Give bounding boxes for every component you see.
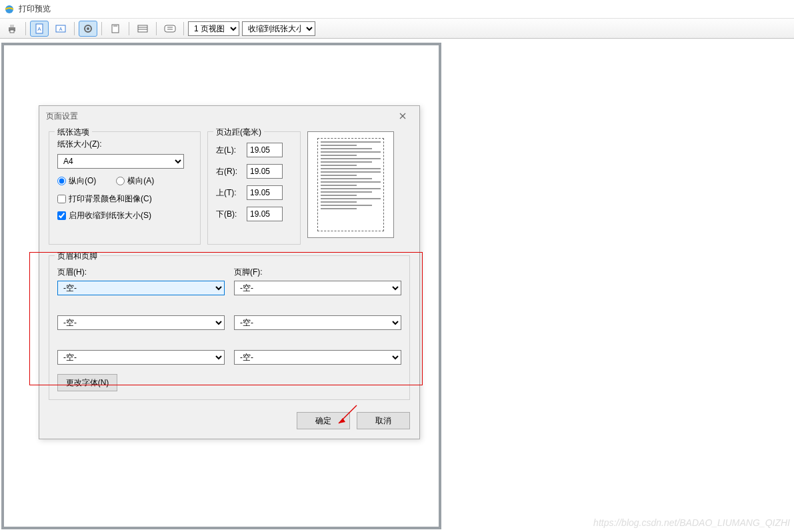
ie-icon bbox=[4, 4, 15, 15]
change-font-button[interactable]: 更改字体(N) bbox=[57, 374, 117, 391]
enable-shrink-checkbox[interactable]: 启用收缩到纸张大小(S) bbox=[57, 210, 192, 221]
toolbar-separator bbox=[74, 22, 75, 35]
landscape-button[interactable]: A bbox=[51, 21, 70, 37]
margin-left-input[interactable] bbox=[247, 143, 283, 157]
margin-bottom-label: 下(B): bbox=[216, 209, 243, 220]
watermark: https://blog.csdn.net/BADAO_LIUMANG_QIZH… bbox=[593, 517, 790, 528]
margin-bottom-input[interactable] bbox=[247, 207, 283, 221]
full-page-button[interactable] bbox=[161, 21, 179, 37]
svg-text:A: A bbox=[37, 26, 41, 32]
headers-button[interactable] bbox=[106, 21, 125, 37]
page-setup-dialog: 页面设置 纸张选项 纸张大小(Z): A4 纵向(O) 横向(A) bbox=[39, 105, 420, 439]
svg-rect-12 bbox=[138, 25, 147, 32]
toolbar: A A 1 页视图 收缩到纸张大小 bbox=[0, 19, 794, 39]
paper-options-group: 纸张选项 纸张大小(Z): A4 纵向(O) 横向(A) 打印背景颜色和图像(C… bbox=[49, 131, 201, 245]
portrait-radio[interactable]: 纵向(O) bbox=[57, 175, 96, 187]
toolbar-separator bbox=[101, 22, 102, 35]
portrait-button[interactable]: A bbox=[30, 21, 49, 37]
zoom-select[interactable]: 收缩到纸张大小 bbox=[242, 21, 315, 36]
footer-select-2[interactable]: -空- bbox=[234, 315, 401, 330]
dialog-title-bar: 页面设置 bbox=[39, 106, 419, 126]
print-background-checkbox[interactable]: 打印背景颜色和图像(C) bbox=[57, 193, 192, 205]
landscape-radio[interactable]: 横向(A) bbox=[116, 175, 154, 187]
page-setup-button[interactable] bbox=[79, 21, 97, 37]
close-button[interactable] bbox=[393, 109, 413, 123]
header-footer-group: 页眉和页脚 页眉(H): -空- 页脚(F): -空- -空- -空- bbox=[49, 255, 410, 400]
header-select-2[interactable]: -空- bbox=[57, 315, 225, 330]
content-area: 页面设置 纸张选项 纸张大小(Z): A4 纵向(O) 横向(A) bbox=[0, 39, 794, 532]
margin-top-input[interactable] bbox=[247, 185, 283, 200]
paper-size-label: 纸张大小(Z): bbox=[57, 139, 192, 150]
header-select-1[interactable]: -空- bbox=[57, 281, 225, 295]
svg-rect-2 bbox=[10, 25, 14, 27]
footer-select-1[interactable]: -空- bbox=[234, 281, 401, 295]
margin-right-label: 右(R): bbox=[216, 166, 243, 177]
svg-rect-15 bbox=[165, 25, 175, 32]
margin-top-label: 上(T): bbox=[216, 187, 243, 199]
toolbar-separator bbox=[156, 22, 157, 35]
window-title: 打印预览 bbox=[19, 3, 51, 15]
header-select-3[interactable]: -空- bbox=[57, 350, 225, 365]
page-preview bbox=[307, 131, 394, 238]
toolbar-separator bbox=[25, 22, 26, 35]
paper-legend: 纸张选项 bbox=[55, 127, 92, 138]
paper-size-select[interactable]: A4 bbox=[57, 154, 184, 169]
full-width-button[interactable] bbox=[133, 21, 152, 37]
svg-text:A: A bbox=[59, 27, 63, 31]
footer-label: 页脚(F): bbox=[234, 267, 401, 278]
ok-button[interactable]: 确定 bbox=[297, 412, 350, 429]
svg-rect-3 bbox=[10, 30, 14, 33]
header-footer-legend: 页眉和页脚 bbox=[55, 251, 100, 262]
toolbar-separator bbox=[129, 22, 129, 35]
cancel-button[interactable]: 取消 bbox=[357, 412, 410, 429]
margin-right-input[interactable] bbox=[247, 164, 283, 179]
footer-select-3[interactable]: -空- bbox=[234, 350, 401, 365]
window-title-bar: 打印预览 bbox=[0, 0, 794, 19]
toolbar-separator bbox=[183, 22, 184, 35]
margin-left-label: 左(L): bbox=[216, 145, 243, 156]
header-label: 页眉(H): bbox=[57, 267, 225, 278]
margins-group: 页边距(毫米) 左(L): 右(R): 上(T): 下(B): bbox=[207, 131, 301, 245]
svg-point-9 bbox=[87, 27, 89, 30]
margins-legend: 页边距(毫米) bbox=[213, 127, 264, 138]
dialog-title: 页面设置 bbox=[46, 111, 78, 122]
print-button[interactable] bbox=[3, 21, 21, 37]
page-view-select[interactable]: 1 页视图 bbox=[188, 21, 239, 36]
